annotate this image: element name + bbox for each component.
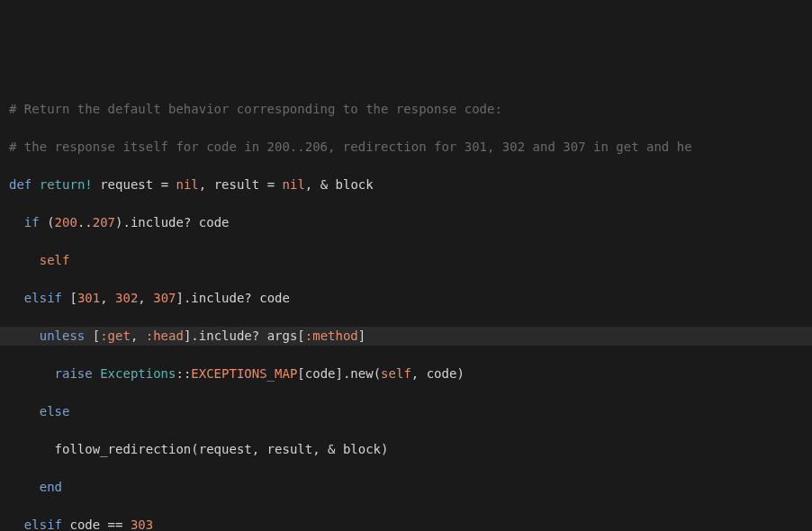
code-line: raise Exceptions::EXCEPTIONS_MAP[code].n… [9, 364, 812, 383]
symbol: :head [146, 328, 184, 343]
keyword-elsif: elsif [24, 291, 62, 305]
keyword-raise: raise [55, 366, 93, 381]
code-line: if (200..207).include? code [9, 213, 812, 232]
number: 200 [55, 215, 77, 230]
code-line: # the response itself for code in 200..2… [9, 138, 812, 157]
comment-text: # the response itself for code in 200..2… [9, 140, 692, 154]
code-line: end [9, 478, 812, 497]
code-line: else [9, 402, 812, 421]
number: 207 [93, 215, 115, 230]
code-line: elsif [301, 302, 307].include? code [9, 289, 812, 308]
number: 301 [77, 291, 100, 305]
nil-literal: nil [176, 177, 199, 192]
keyword-else: else [40, 404, 70, 418]
symbol: :method [305, 328, 358, 343]
number: 307 [153, 291, 176, 305]
code-line: def return! request = nil, result = nil,… [9, 176, 812, 194]
code-line: self [9, 251, 812, 270]
constant: Exceptions [100, 366, 176, 381]
self-keyword: self [40, 253, 70, 267]
method-name: return! [40, 177, 93, 192]
keyword-elsif: elsif [24, 518, 62, 531]
code-line: elsif code == 303 [9, 516, 812, 531]
constant: EXCEPTIONS_MAP [191, 366, 297, 381]
identifier: args [267, 328, 298, 343]
method-call: follow_redirection [55, 442, 192, 456]
identifier: code [199, 215, 230, 230]
keyword-unless: unless [40, 328, 86, 343]
number: 303 [131, 518, 153, 531]
keyword-if: if [24, 215, 40, 230]
symbol: :get [100, 328, 131, 343]
number: 302 [115, 291, 138, 305]
keyword-def: def [9, 177, 32, 192]
identifier: code [259, 291, 290, 305]
comment-text: # Return the default behavior correspond… [9, 102, 502, 116]
param: & block [320, 177, 374, 192]
nil-literal: nil [283, 177, 305, 192]
param: result [214, 177, 260, 192]
param: request [100, 177, 153, 192]
code-line: # Return the default behavior correspond… [9, 100, 812, 119]
code-line: follow_redirection(request, result, & bl… [9, 440, 812, 459]
keyword-end: end [40, 480, 62, 494]
code-editor[interactable]: # Return the default behavior correspond… [9, 81, 812, 531]
self-keyword: self [381, 366, 411, 381]
code-line-highlighted: unless [:get, :head].include? args[:meth… [0, 327, 812, 346]
